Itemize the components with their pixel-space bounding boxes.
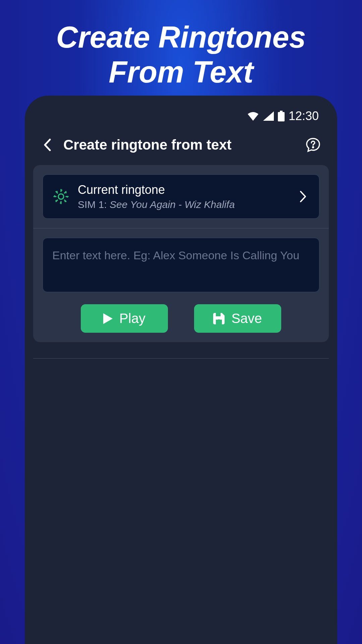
help-icon bbox=[305, 137, 321, 153]
svg-rect-1 bbox=[278, 112, 285, 121]
back-button[interactable] bbox=[41, 138, 54, 152]
cell-signal-icon bbox=[263, 111, 274, 121]
phone-frame: 12:30 Create ringtone from text bbox=[25, 96, 337, 644]
ringtone-label: Current ringtone bbox=[78, 183, 288, 197]
bottom-divider bbox=[33, 358, 329, 359]
save-button-label: Save bbox=[231, 311, 262, 326]
svg-point-6 bbox=[217, 319, 221, 323]
save-icon bbox=[213, 313, 225, 324]
chevron-right-icon bbox=[296, 190, 310, 203]
current-ringtone-card[interactable]: Current ringtone SIM 1: See You Again - … bbox=[43, 174, 319, 219]
text-input[interactable]: Enter text here. Eg: Alex Someone Is Cal… bbox=[43, 238, 319, 292]
ringtone-value: SIM 1: See You Again - Wiz Khalifa bbox=[78, 199, 288, 210]
play-button-label: Play bbox=[119, 311, 145, 326]
page-title: Create ringtone from text bbox=[63, 137, 295, 153]
status-bar: 12:30 bbox=[33, 104, 329, 126]
svg-rect-0 bbox=[280, 111, 283, 112]
ringtone-song: See You Again - Wiz Khalifa bbox=[110, 199, 235, 210]
divider bbox=[33, 228, 329, 228]
phone-screen: 12:30 Create ringtone from text bbox=[33, 104, 329, 644]
play-icon bbox=[103, 313, 113, 324]
save-button[interactable]: Save bbox=[194, 304, 281, 333]
gear-icon bbox=[52, 188, 70, 205]
ringtone-info: Current ringtone SIM 1: See You Again - … bbox=[78, 183, 288, 210]
play-button[interactable]: Play bbox=[81, 304, 168, 333]
button-row: Play Save bbox=[43, 304, 319, 333]
app-header: Create ringtone from text bbox=[33, 126, 329, 165]
hero-line-1: Create Ringtones bbox=[0, 20, 362, 55]
help-button[interactable] bbox=[305, 137, 321, 153]
chevron-left-icon bbox=[44, 139, 51, 151]
svg-rect-7 bbox=[216, 313, 221, 316]
hero-line-2: From Text bbox=[0, 55, 362, 90]
wifi-icon bbox=[247, 111, 259, 121]
svg-point-3 bbox=[58, 194, 64, 199]
status-time: 12:30 bbox=[289, 109, 319, 123]
hero-title: Create Ringtones From Text bbox=[0, 0, 362, 90]
battery-icon bbox=[278, 111, 285, 121]
svg-point-2 bbox=[313, 147, 314, 148]
sim-label: SIM 1: bbox=[78, 199, 107, 210]
content-card: Current ringtone SIM 1: See You Again - … bbox=[33, 165, 329, 342]
